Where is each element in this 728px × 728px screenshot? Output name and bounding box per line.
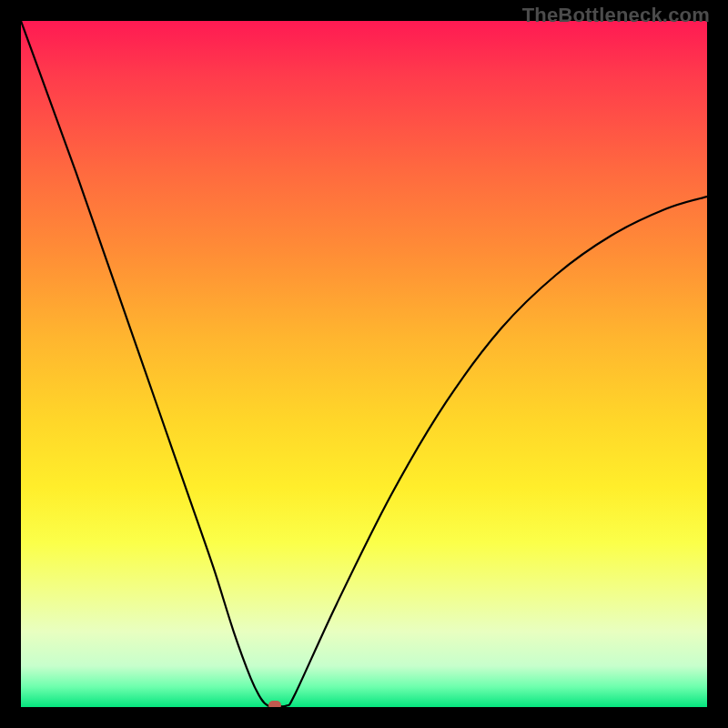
chart-frame: TheBottleneck.com	[0, 0, 728, 728]
watermark-text: TheBottleneck.com	[522, 4, 710, 27]
bottleneck-curve	[21, 21, 707, 707]
curve-path	[21, 21, 707, 706]
minimum-marker-icon	[268, 701, 281, 707]
plot-area	[21, 21, 707, 707]
